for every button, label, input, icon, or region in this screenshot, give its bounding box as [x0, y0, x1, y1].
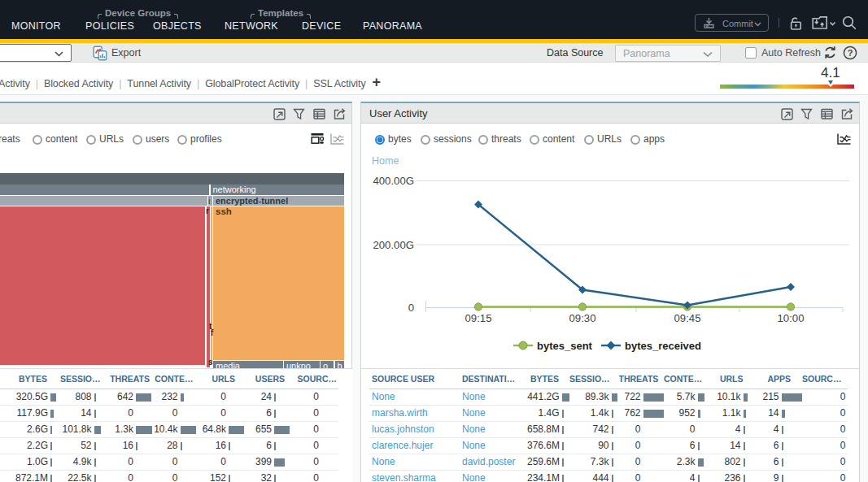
svg-text:bytes_received: bytes_received — [625, 340, 701, 352]
svg-text:10:00: 10:00 — [777, 312, 804, 324]
svg-text:200.00G: 200.00G — [373, 239, 414, 251]
svg-text:09:30: 09:30 — [569, 312, 595, 324]
svg-text:bytes_sent: bytes_sent — [537, 340, 593, 352]
svg-text:400.00G: 400.00G — [373, 175, 414, 187]
svg-text:09:15: 09:15 — [465, 312, 491, 324]
svg-text:0: 0 — [408, 302, 414, 314]
svg-text:?: ? — [848, 48, 853, 58]
svg-text:09:45: 09:45 — [674, 312, 700, 324]
